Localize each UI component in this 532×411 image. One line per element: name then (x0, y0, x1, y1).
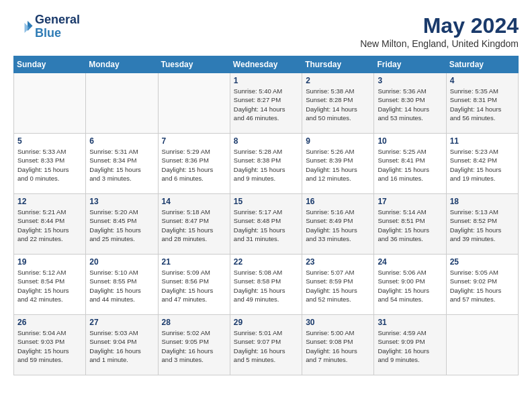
day-number: 19 (17, 257, 82, 267)
month-title: May 2024 (360, 13, 519, 38)
calendar-cell: 20Sunrise: 5:10 AM Sunset: 8:55 PM Dayli… (86, 255, 158, 315)
calendar-cell: 23Sunrise: 5:07 AM Sunset: 8:59 PM Dayli… (302, 255, 374, 315)
calendar-cell: 14Sunrise: 5:18 AM Sunset: 8:47 PM Dayli… (158, 194, 230, 255)
day-info: Sunrise: 5:16 AM Sunset: 8:49 PM Dayligh… (306, 208, 370, 243)
day-info: Sunrise: 5:33 AM Sunset: 8:33 PM Dayligh… (17, 147, 82, 183)
weekday-header-tuesday: Tuesday (158, 56, 230, 73)
logo: General Blue (13, 13, 80, 40)
calendar-cell: 18Sunrise: 5:13 AM Sunset: 8:52 PM Dayli… (446, 194, 518, 255)
calendar-cell: 10Sunrise: 5:25 AM Sunset: 8:41 PM Dayli… (374, 134, 446, 194)
day-info: Sunrise: 5:03 AM Sunset: 9:04 PM Dayligh… (89, 328, 154, 364)
weekday-header-monday: Monday (86, 56, 158, 73)
day-number: 22 (234, 257, 298, 267)
day-number: 31 (378, 318, 442, 327)
day-number: 5 (17, 136, 82, 146)
calendar-cell: 1Sunrise: 5:40 AM Sunset: 8:27 PM Daylig… (230, 73, 302, 134)
logo-text: General Blue (35, 13, 80, 40)
day-info: Sunrise: 5:01 AM Sunset: 9:07 PM Dayligh… (234, 328, 298, 364)
calendar-cell (158, 73, 230, 134)
calendar-cell: 8Sunrise: 5:28 AM Sunset: 8:38 PM Daylig… (230, 134, 302, 194)
day-number: 15 (234, 197, 298, 206)
calendar-cell: 3Sunrise: 5:36 AM Sunset: 8:30 PM Daylig… (374, 73, 446, 134)
week-row-5: 26Sunrise: 5:04 AM Sunset: 9:03 PM Dayli… (14, 315, 519, 375)
day-info: Sunrise: 5:28 AM Sunset: 8:38 PM Dayligh… (234, 147, 298, 183)
day-info: Sunrise: 5:07 AM Sunset: 8:59 PM Dayligh… (306, 268, 370, 304)
title-block: May 2024 New Milton, England, United Kin… (360, 13, 519, 49)
calendar-cell: 21Sunrise: 5:09 AM Sunset: 8:56 PM Dayli… (158, 255, 230, 315)
day-number: 17 (378, 197, 442, 206)
week-row-1: 1Sunrise: 5:40 AM Sunset: 8:27 PM Daylig… (14, 73, 519, 134)
day-info: Sunrise: 5:09 AM Sunset: 8:56 PM Dayligh… (162, 268, 226, 304)
day-number: 1 (234, 76, 298, 85)
logo-icon (13, 17, 34, 37)
day-number: 11 (450, 136, 515, 146)
weekday-header-thursday: Thursday (302, 56, 374, 73)
day-info: Sunrise: 5:29 AM Sunset: 8:36 PM Dayligh… (162, 147, 226, 183)
day-info: Sunrise: 5:38 AM Sunset: 8:28 PM Dayligh… (306, 87, 370, 122)
day-number: 16 (306, 197, 370, 206)
day-number: 9 (306, 136, 370, 146)
day-info: Sunrise: 5:20 AM Sunset: 8:45 PM Dayligh… (89, 208, 154, 243)
day-number: 13 (89, 197, 154, 206)
day-number: 23 (306, 257, 370, 267)
day-number: 26 (17, 318, 82, 327)
day-number: 29 (234, 318, 298, 327)
calendar-cell: 27Sunrise: 5:03 AM Sunset: 9:04 PM Dayli… (86, 315, 158, 375)
calendar-cell: 28Sunrise: 5:02 AM Sunset: 9:05 PM Dayli… (158, 315, 230, 375)
svg-marker-0 (28, 21, 33, 31)
day-info: Sunrise: 5:02 AM Sunset: 9:05 PM Dayligh… (162, 328, 226, 364)
calendar-cell: 31Sunrise: 4:59 AM Sunset: 9:09 PM Dayli… (374, 315, 446, 375)
day-number: 3 (378, 76, 442, 85)
day-number: 24 (378, 257, 442, 267)
day-info: Sunrise: 5:04 AM Sunset: 9:03 PM Dayligh… (17, 328, 82, 364)
calendar-cell: 15Sunrise: 5:17 AM Sunset: 8:48 PM Dayli… (230, 194, 302, 255)
calendar-cell: 19Sunrise: 5:12 AM Sunset: 8:54 PM Dayli… (14, 255, 86, 315)
day-info: Sunrise: 5:35 AM Sunset: 8:31 PM Dayligh… (450, 87, 515, 122)
day-number: 27 (89, 318, 154, 327)
day-info: Sunrise: 5:40 AM Sunset: 8:27 PM Dayligh… (234, 87, 298, 122)
day-info: Sunrise: 5:18 AM Sunset: 8:47 PM Dayligh… (162, 208, 226, 243)
day-number: 18 (450, 197, 515, 206)
weekday-header-friday: Friday (374, 56, 446, 73)
day-info: Sunrise: 5:26 AM Sunset: 8:39 PM Dayligh… (306, 147, 370, 183)
day-number: 12 (17, 197, 82, 206)
day-info: Sunrise: 5:05 AM Sunset: 9:02 PM Dayligh… (450, 268, 515, 304)
day-number: 30 (306, 318, 370, 327)
calendar-cell: 6Sunrise: 5:31 AM Sunset: 8:34 PM Daylig… (86, 134, 158, 194)
calendar-cell: 25Sunrise: 5:05 AM Sunset: 9:02 PM Dayli… (446, 255, 518, 315)
day-number: 8 (234, 136, 298, 146)
day-info: Sunrise: 5:00 AM Sunset: 9:08 PM Dayligh… (306, 328, 370, 364)
calendar-cell: 30Sunrise: 5:00 AM Sunset: 9:08 PM Dayli… (302, 315, 374, 375)
calendar-cell: 29Sunrise: 5:01 AM Sunset: 9:07 PM Dayli… (230, 315, 302, 375)
weekday-header-sunday: Sunday (14, 56, 86, 73)
day-number: 14 (162, 197, 226, 206)
calendar-cell: 4Sunrise: 5:35 AM Sunset: 8:31 PM Daylig… (446, 73, 518, 134)
day-info: Sunrise: 5:06 AM Sunset: 9:00 PM Dayligh… (378, 268, 442, 304)
day-info: Sunrise: 5:10 AM Sunset: 8:55 PM Dayligh… (89, 268, 154, 304)
day-number: 28 (162, 318, 226, 327)
day-info: Sunrise: 5:14 AM Sunset: 8:51 PM Dayligh… (378, 208, 442, 243)
week-row-4: 19Sunrise: 5:12 AM Sunset: 8:54 PM Dayli… (14, 255, 519, 315)
calendar-table: SundayMondayTuesdayWednesdayThursdayFrid… (13, 56, 519, 375)
page-header: General Blue May 2024 New Milton, Englan… (13, 13, 519, 49)
weekday-header-saturday: Saturday (446, 56, 518, 73)
day-info: Sunrise: 4:59 AM Sunset: 9:09 PM Dayligh… (378, 328, 442, 364)
calendar-cell: 11Sunrise: 5:23 AM Sunset: 8:42 PM Dayli… (446, 134, 518, 194)
weekday-header-row: SundayMondayTuesdayWednesdayThursdayFrid… (14, 56, 519, 73)
day-number: 21 (162, 257, 226, 267)
day-number: 25 (450, 257, 515, 267)
calendar-cell (86, 73, 158, 134)
calendar-cell: 13Sunrise: 5:20 AM Sunset: 8:45 PM Dayli… (86, 194, 158, 255)
week-row-3: 12Sunrise: 5:21 AM Sunset: 8:44 PM Dayli… (14, 194, 519, 255)
calendar-cell (446, 315, 518, 375)
day-number: 2 (306, 76, 370, 85)
calendar-cell: 17Sunrise: 5:14 AM Sunset: 8:51 PM Dayli… (374, 194, 446, 255)
day-number: 6 (89, 136, 154, 146)
calendar-cell: 2Sunrise: 5:38 AM Sunset: 8:28 PM Daylig… (302, 73, 374, 134)
calendar-cell: 12Sunrise: 5:21 AM Sunset: 8:44 PM Dayli… (14, 194, 86, 255)
day-info: Sunrise: 5:17 AM Sunset: 8:48 PM Dayligh… (234, 208, 298, 243)
day-info: Sunrise: 5:23 AM Sunset: 8:42 PM Dayligh… (450, 147, 515, 183)
calendar-cell: 5Sunrise: 5:33 AM Sunset: 8:33 PM Daylig… (14, 134, 86, 194)
calendar-cell: 7Sunrise: 5:29 AM Sunset: 8:36 PM Daylig… (158, 134, 230, 194)
day-info: Sunrise: 5:13 AM Sunset: 8:52 PM Dayligh… (450, 208, 515, 243)
